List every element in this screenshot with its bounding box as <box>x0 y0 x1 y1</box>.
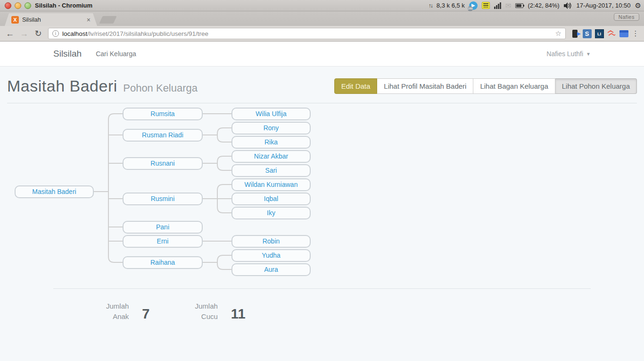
tree-node[interactable]: Aura <box>231 263 311 276</box>
lihat-pohon-button[interactable]: Lihat Pohon Keluarga <box>555 78 637 94</box>
tab-strip: X Silsilah × Nafies <box>0 11 644 26</box>
tree-node[interactable]: Iqbal <box>231 193 311 205</box>
address-bar[interactable]: i localhost/lv/riset/2017/silsilahku/pub… <box>48 28 566 39</box>
volume-icon[interactable] <box>564 2 572 9</box>
telegram-unread-badge: 289 <box>468 6 473 11</box>
tree-node[interactable]: Rony <box>231 122 311 134</box>
system-panel: Silsilah - Chromium ↑↓ 8,3 k 6,5 k 289 ✉… <box>0 0 644 11</box>
notes-lines-icon <box>483 3 488 8</box>
tab-close-icon[interactable]: × <box>86 16 91 24</box>
tree-node[interactable]: Robin <box>231 235 311 248</box>
stat-label: Jumlah Anak <box>106 301 129 322</box>
signal-strength-icon[interactable] <box>494 2 501 9</box>
stat-jumlah-cucu: Jumlah Cucu 11 <box>195 301 246 322</box>
tree-node[interactable]: Pani <box>123 221 203 234</box>
stat-value: 7 <box>142 307 149 322</box>
edit-data-button[interactable]: Edit Data <box>334 78 378 94</box>
telegram-icon[interactable]: 289 <box>469 1 478 10</box>
tree-node[interactable]: Masitah Baderi <box>15 185 94 198</box>
url-host: localhost <box>62 30 87 37</box>
network-traffic-label: 8,3 k 6,5 k <box>437 2 465 9</box>
extension-box-icon[interactable] <box>619 28 629 39</box>
tree-node[interactable]: Rusmini <box>123 193 203 205</box>
tree-node[interactable]: Yudha <box>231 249 311 262</box>
brand-link[interactable]: Silsilah <box>53 49 82 59</box>
site-navbar: Silsilah Cari Keluarga Nafies Luthfi ▼ <box>0 42 644 67</box>
stat-label: Jumlah Cucu <box>195 301 218 322</box>
extension-laravel-icon[interactable] <box>606 28 617 39</box>
site-info-icon[interactable]: i <box>52 30 59 37</box>
tree-node[interactable]: Rusnani <box>123 157 203 170</box>
extension-s-icon[interactable]: S <box>582 28 592 39</box>
tab-title: Silsilah <box>22 17 86 23</box>
url-text[interactable]: localhost/lv/riset/2017/silsilahku/publi… <box>62 30 553 37</box>
tree-connector <box>203 185 231 213</box>
user-name: Nafies Luthfi <box>546 50 583 58</box>
page-title: Masitah Baderi <box>7 77 117 95</box>
family-tree: Masitah BaderiRumsitaWilia UlfijaRusman … <box>7 103 637 280</box>
xampp-favicon-icon: X <box>11 16 19 24</box>
window-title: Silsilah - Chromium <box>35 2 92 9</box>
window-maximize-button[interactable] <box>25 2 31 9</box>
mail-icon[interactable]: ✉ <box>505 1 512 10</box>
tree-node[interactable]: Rusman Riadi <box>123 129 203 142</box>
window-controls <box>5 2 31 9</box>
action-button-group: Edit Data Lihat Profil Masitah Baderi Li… <box>334 78 637 94</box>
clock-label[interactable]: 17-Aug-2017, 10:50 <box>577 2 631 9</box>
stats-section: Jumlah Anak 7 Jumlah Cucu 11 <box>53 288 591 322</box>
nav-link-cari-keluarga[interactable]: Cari Keluarga <box>96 50 136 58</box>
tree-node[interactable]: Sari <box>231 164 311 177</box>
page-subtitle: Pohon Keluarga <box>123 82 198 94</box>
extension-phone-icon[interactable] <box>570 28 580 39</box>
network-traffic-icon[interactable]: ↑↓ <box>429 2 432 9</box>
bookmark-star-icon[interactable]: ☆ <box>555 29 561 38</box>
tree-node[interactable]: Wilia Ulfija <box>231 108 311 120</box>
tree-connector <box>203 128 231 142</box>
page-viewport: Silsilah Cari Keluarga Nafies Luthfi ▼ M… <box>0 42 644 361</box>
desktop-name-badge: Nafies <box>614 13 639 21</box>
gear-icon[interactable]: ⚙ <box>635 1 641 10</box>
reload-button[interactable]: ↻ <box>32 28 44 39</box>
tree-node[interactable]: Wildan Kurniawan <box>231 178 311 191</box>
tree-node[interactable]: Nizar Akbar <box>231 150 311 163</box>
new-tab-button[interactable] <box>99 16 116 24</box>
lihat-profil-button[interactable]: Lihat Profil Masitah Baderi <box>377 78 473 94</box>
back-button[interactable]: ← <box>4 28 16 39</box>
tree-node[interactable]: Rika <box>231 136 311 149</box>
tree-node[interactable]: Iky <box>231 207 311 219</box>
url-path: /lv/riset/2017/silsilahku/public/users/9… <box>87 30 208 37</box>
notes-indicator-icon[interactable] <box>482 2 490 9</box>
battery-icon[interactable] <box>515 3 523 8</box>
browser-tab-silsilah[interactable]: X Silsilah × <box>5 13 97 26</box>
battery-label: (2:42, 84%) <box>528 2 559 9</box>
stat-value: 11 <box>231 307 246 322</box>
tree-connector <box>203 255 231 269</box>
tree-node[interactable]: Raihana <box>123 256 203 269</box>
window-minimize-button[interactable] <box>15 2 21 9</box>
tree-connector <box>203 156 231 170</box>
tree-connector <box>94 114 123 262</box>
caret-down-icon: ▼ <box>586 51 591 57</box>
forward-button[interactable]: → <box>18 28 30 39</box>
browser-menu-icon[interactable]: ⋮ <box>631 29 640 38</box>
extension-li-icon[interactable]: LI <box>594 28 604 39</box>
window-close-button[interactable] <box>5 2 11 9</box>
browser-toolbar: ← → ↻ i localhost/lv/riset/2017/silsilah… <box>0 26 644 42</box>
user-dropdown[interactable]: Nafies Luthfi ▼ <box>546 50 591 58</box>
lihat-bagan-button[interactable]: Lihat Bagan Keluarga <box>473 78 555 94</box>
system-tray: ↑↓ 8,3 k 6,5 k 289 ✉ (2:42, 84%) 17-Aug-… <box>429 1 641 10</box>
tree-node[interactable]: Rumsita <box>123 108 203 120</box>
tree-node[interactable]: Erni <box>123 235 203 248</box>
stat-jumlah-anak: Jumlah Anak 7 <box>106 301 150 322</box>
page-heading: Masitah Baderi Pohon Keluarga <box>7 77 198 95</box>
